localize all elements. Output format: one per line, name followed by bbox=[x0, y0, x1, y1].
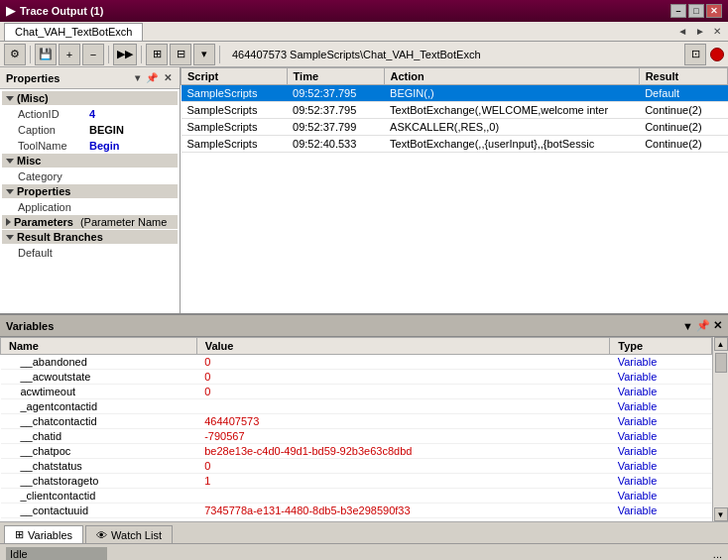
vars-col-value: Value bbox=[196, 338, 610, 355]
col-result: Result bbox=[639, 68, 727, 85]
variables-controls: ▼ 📌 ✕ bbox=[682, 319, 722, 332]
scroll-thumb[interactable] bbox=[715, 353, 727, 373]
vars-pin-btn[interactable]: 📌 bbox=[696, 319, 710, 332]
properties-panel: Properties ▾ 📌 ✕ (Misc) ActionID 4 Capti… bbox=[0, 67, 181, 313]
variables-table-area[interactable]: Name Value Type __abandoned0Variable__ac… bbox=[0, 337, 712, 521]
var-name: __chatpoc bbox=[1, 444, 197, 459]
table-cell-action: TextBotExchange(,,{userInput},,{botSessi… bbox=[384, 136, 639, 153]
toolbar-record-btn[interactable] bbox=[710, 48, 724, 61]
list-item[interactable]: _agentcontactidVariable bbox=[1, 399, 712, 414]
toolbar-add-btn[interactable]: + bbox=[59, 44, 80, 65]
prop-value-toolname: Begin bbox=[89, 140, 120, 152]
table-cell-result: Default bbox=[639, 85, 727, 102]
prop-group-properties[interactable]: Properties bbox=[2, 184, 178, 198]
prop-value-parameters: (Parameter Name bbox=[80, 216, 167, 228]
table-cell-action: BEGIN(,) bbox=[384, 85, 639, 102]
table-row[interactable]: SampleScripts09:52:37.795BEGIN(,)Default bbox=[182, 85, 728, 102]
table-cell-time: 09:52:40.533 bbox=[287, 136, 384, 153]
toolbar-sep-3 bbox=[141, 46, 142, 63]
status-bar: Idle ... bbox=[0, 543, 728, 560]
var-name: _agentcontactid bbox=[1, 399, 197, 414]
variables-title: Variables bbox=[6, 320, 54, 332]
bottom-tabs: ⊞ Variables 👁 Watch List bbox=[0, 521, 728, 543]
tab-watchlist[interactable]: 👁 Watch List bbox=[85, 525, 173, 543]
var-type: Variable bbox=[610, 355, 712, 370]
list-item[interactable]: __chatstatus0Variable bbox=[1, 459, 712, 474]
var-type: Variable bbox=[610, 459, 712, 474]
prop-group-misc[interactable]: (Misc) bbox=[2, 91, 178, 105]
watchlist-tab-label: Watch List bbox=[111, 529, 162, 541]
var-type: Variable bbox=[610, 444, 712, 459]
scroll-down-btn[interactable]: ▼ bbox=[714, 507, 728, 521]
title-text: Trace Output (1) bbox=[20, 5, 670, 17]
var-type: Variable bbox=[610, 429, 712, 444]
toolbar-grid2-btn[interactable]: ⊟ bbox=[170, 44, 191, 65]
properties-title: Properties bbox=[6, 72, 60, 84]
prop-row-actionid: ActionID 4 bbox=[2, 106, 178, 122]
list-item[interactable]: __chatid-790567Variable bbox=[1, 429, 712, 444]
toolbar-remove-btn[interactable]: − bbox=[82, 44, 104, 65]
maximize-button[interactable]: □ bbox=[688, 4, 704, 18]
properties-header: Properties ▾ 📌 ✕ bbox=[0, 67, 180, 89]
var-type: Variable bbox=[610, 489, 712, 504]
list-item[interactable]: __chatpocbe28e13e-c4d0-49d1-bd59-92b3e63… bbox=[1, 444, 712, 459]
table-cell-time: 09:52:37.795 bbox=[287, 85, 384, 102]
toolbar-play-btn[interactable]: ▶▶ bbox=[113, 44, 137, 65]
status-dots: ... bbox=[713, 548, 722, 560]
list-item[interactable]: __contactuuid7345778a-e131-4480-8db5-b3e… bbox=[1, 504, 712, 518]
table-row[interactable]: SampleScripts09:52:40.533TextBotExchange… bbox=[182, 136, 728, 153]
list-item[interactable]: __acwoutstate0Variable bbox=[1, 370, 712, 385]
misc-chevron-icon bbox=[6, 96, 14, 101]
toolbar-view-btn[interactable]: ⊡ bbox=[684, 44, 706, 65]
scroll-up-btn[interactable]: ▲ bbox=[714, 337, 728, 351]
properties-dropdown-btn[interactable]: ▾ bbox=[133, 72, 142, 83]
tab-chat-vah[interactable]: Chat_VAH_TextBotExch bbox=[4, 23, 143, 41]
table-row[interactable]: SampleScripts09:52:37.799ASKCALLER(,RES,… bbox=[182, 119, 728, 136]
var-type: Variable bbox=[610, 385, 712, 399]
tab-row: Chat_VAH_TextBotExch ◄ ► ✕ bbox=[0, 22, 728, 42]
script-table-scroll[interactable]: Script Time Action Result SampleScripts0… bbox=[181, 67, 728, 313]
tab-nav-right[interactable]: ► bbox=[692, 25, 708, 38]
prop-group-result-branches[interactable]: Result Branches bbox=[2, 230, 178, 244]
table-cell-time: 09:52:37.795 bbox=[287, 102, 384, 119]
list-item[interactable]: acwtimeout0Variable bbox=[1, 385, 712, 399]
tab-nav-left[interactable]: ◄ bbox=[674, 25, 690, 38]
prop-group-misc2[interactable]: Misc bbox=[2, 154, 178, 168]
toolbar-menu-btn[interactable]: ⚙ bbox=[4, 44, 26, 65]
table-row[interactable]: SampleScripts09:52:37.795TextBotExchange… bbox=[182, 102, 728, 119]
prop-group-properties-label: Properties bbox=[17, 185, 70, 197]
list-item[interactable]: _clientcontactidVariable bbox=[1, 489, 712, 504]
list-item[interactable]: __chatstorageto1Variable bbox=[1, 474, 712, 489]
list-item[interactable]: __chatcontactid464407573Variable bbox=[1, 414, 712, 429]
vars-close-btn[interactable]: ✕ bbox=[713, 319, 722, 332]
prop-name-default: Default bbox=[18, 247, 89, 259]
properties-pin-btn[interactable]: 📌 bbox=[144, 72, 160, 83]
toolbar-grid-btn[interactable]: ⊞ bbox=[146, 44, 168, 65]
toolbar-dropdown-btn[interactable]: ▾ bbox=[193, 44, 215, 65]
properties-close-btn[interactable]: ✕ bbox=[162, 72, 174, 83]
toolbar: ⚙ 💾 + − ▶▶ ⊞ ⊟ ▾ 464407573 SampleScripts… bbox=[0, 42, 728, 67]
prop-group-parameters[interactable]: Parameters (Parameter Name bbox=[2, 215, 178, 229]
var-type: Variable bbox=[610, 399, 712, 414]
var-name: __abandoned bbox=[1, 355, 197, 370]
toolbar-address-label: 464407573 SampleScripts\Chat_VAH_TextBot… bbox=[224, 49, 489, 60]
var-value: 0 bbox=[196, 459, 610, 474]
var-value bbox=[196, 399, 610, 414]
toolbar-save-btn[interactable]: 💾 bbox=[35, 44, 57, 65]
prop-name-category: Category bbox=[18, 170, 89, 182]
properties-chevron-icon bbox=[6, 189, 14, 194]
var-type: Variable bbox=[610, 504, 712, 518]
watchlist-tab-icon: 👁 bbox=[96, 529, 107, 541]
var-value: 0 bbox=[196, 370, 610, 385]
variables-tab-label: Variables bbox=[28, 529, 72, 541]
var-name: __chatid bbox=[1, 429, 197, 444]
prop-name-actionid: ActionID bbox=[18, 108, 89, 120]
var-type: Variable bbox=[610, 370, 712, 385]
tab-pin[interactable]: ✕ bbox=[710, 25, 724, 38]
list-item[interactable]: __abandoned0Variable bbox=[1, 355, 712, 370]
vars-collapse-btn[interactable]: ▼ bbox=[682, 320, 693, 332]
table-cell-result: Continue(2) bbox=[639, 119, 727, 136]
close-button[interactable]: ✕ bbox=[706, 4, 722, 18]
tab-variables[interactable]: ⊞ Variables bbox=[4, 525, 83, 543]
minimize-button[interactable]: – bbox=[670, 4, 686, 18]
